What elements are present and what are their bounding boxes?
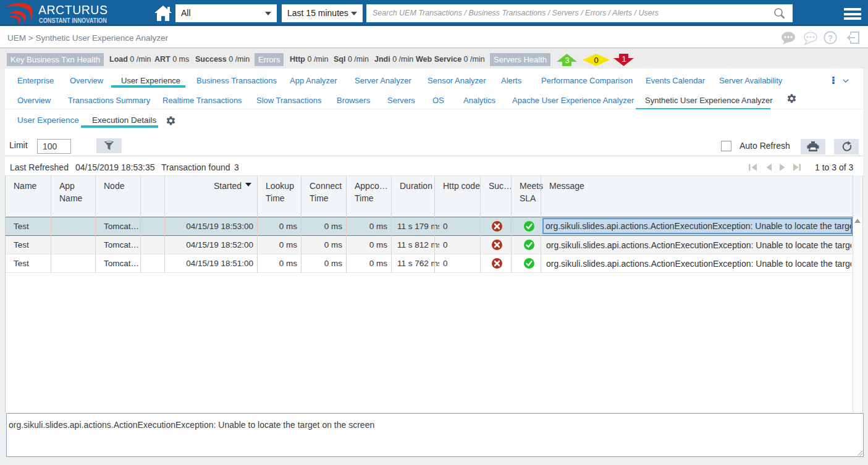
svg-text:1: 1 [622, 54, 626, 64]
svg-text:?: ? [828, 33, 833, 43]
svg-text:3: 3 [565, 56, 569, 65]
svg-text:0: 0 [594, 56, 598, 65]
